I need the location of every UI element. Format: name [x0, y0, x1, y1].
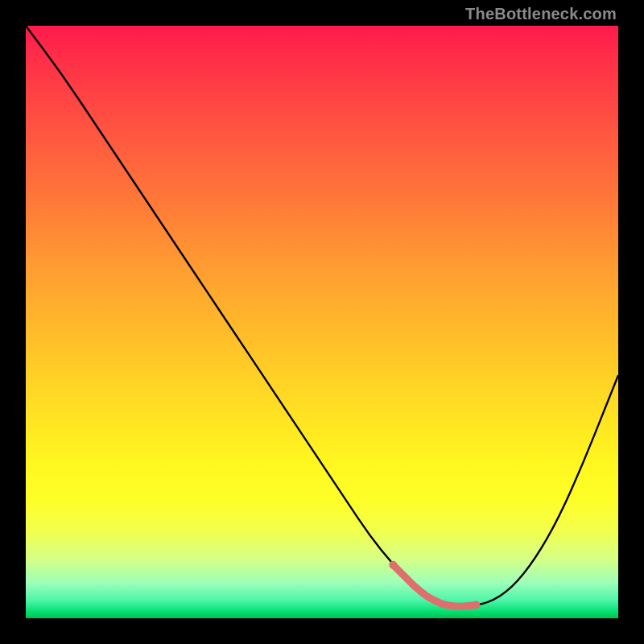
watermark-text: TheBottleneck.com	[465, 5, 617, 23]
plot-area	[26, 26, 618, 618]
bottleneck-curve	[26, 26, 618, 606]
optimal-range-highlight	[393, 565, 476, 607]
optimal-range-start-dot	[389, 561, 397, 569]
plot-svg	[26, 26, 618, 618]
chart-frame: TheBottleneck.com	[0, 0, 644, 644]
optimal-range-end-dot	[472, 601, 480, 609]
